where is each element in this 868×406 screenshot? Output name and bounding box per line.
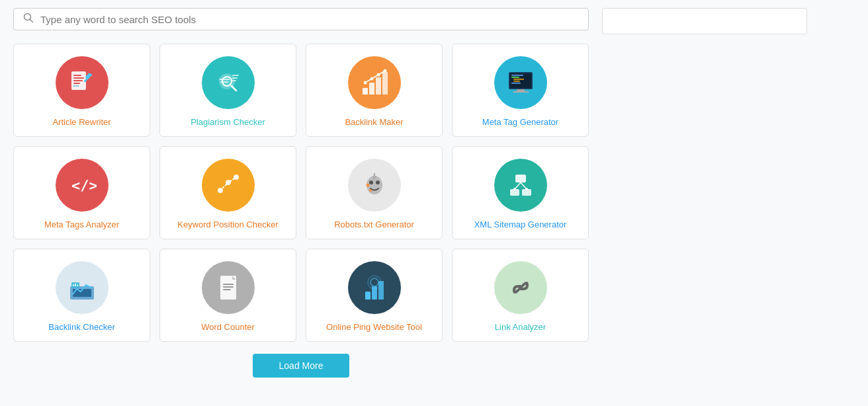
tool-icon-meta-tag-generator [494, 56, 547, 109]
svg-rect-30 [511, 75, 523, 76]
tool-card-word-counter[interactable]: Word Counter [159, 249, 296, 342]
svg-rect-65 [223, 289, 231, 290]
svg-point-46 [366, 184, 369, 187]
tool-label-meta-tag-generator: Meta Tag Generator [482, 117, 558, 127]
tool-label-meta-tags-analyzer: Meta Tags Analyzer [44, 220, 119, 229]
sidebar [602, 8, 807, 378]
tools-grid: Article Rewriter Plagiarism Checker Back… [13, 44, 589, 342]
tool-label-plagiarism-checker: Plagiarism Checker [191, 117, 265, 127]
tool-label-robots-txt-generator: Robots.txt Generator [334, 220, 414, 229]
tool-label-link-analyzer: Link Analyzer [495, 322, 546, 332]
tool-card-meta-tags-analyzer[interactable]: </> Meta Tags Analyzer [13, 146, 150, 239]
tool-card-robots-txt-generator[interactable]: Robots.txt Generator [306, 146, 443, 239]
svg-rect-19 [232, 80, 236, 81]
svg-point-69 [370, 278, 378, 286]
svg-rect-48 [515, 175, 526, 183]
tool-icon-plagiarism-checker [202, 56, 255, 109]
svg-rect-21 [369, 83, 374, 95]
svg-point-53 [513, 188, 516, 190]
tool-icon-xml-sitemap-generator [494, 159, 547, 212]
svg-text:</>: </> [71, 177, 97, 194]
tool-label-word-counter: Word Counter [201, 322, 255, 332]
search-icon [23, 13, 34, 26]
svg-rect-4 [73, 77, 84, 79]
svg-rect-8 [75, 85, 77, 87]
tool-label-keyword-position-checker: Keyword Position Checker [177, 220, 278, 229]
svg-rect-35 [517, 89, 525, 91]
tool-card-keyword-position-checker[interactable]: Keyword Position Checker [159, 146, 296, 239]
tool-icon-backlink-checker [56, 261, 108, 314]
tool-card-article-rewriter[interactable]: Article Rewriter [13, 44, 150, 137]
svg-point-42 [369, 181, 373, 184]
sidebar-box [602, 8, 807, 34]
svg-rect-11 [85, 73, 91, 79]
svg-rect-20 [363, 88, 368, 95]
svg-rect-31 [511, 77, 519, 78]
svg-point-47 [369, 189, 372, 192]
load-more-button[interactable]: Load More [253, 354, 350, 378]
svg-rect-18 [232, 77, 238, 79]
svg-rect-9 [77, 85, 79, 87]
svg-rect-16 [220, 81, 228, 83]
tool-label-xml-sitemap-generator: XML Sitemap Generator [474, 220, 567, 229]
tool-icon-word-counter [202, 261, 255, 314]
tool-card-xml-sitemap-generator[interactable]: XML Sitemap Generator [452, 146, 589, 239]
svg-rect-64 [223, 286, 234, 288]
tool-icon-online-ping-website-tool [348, 261, 401, 314]
tool-icon-link-analyzer [494, 261, 547, 314]
svg-rect-63 [223, 284, 234, 285]
tool-label-backlink-maker: Backlink Maker [345, 117, 403, 127]
svg-point-54 [525, 188, 528, 190]
tool-card-backlink-maker[interactable]: Backlink Maker [306, 44, 443, 137]
svg-rect-17 [232, 75, 239, 76]
svg-rect-66 [365, 292, 370, 300]
svg-rect-6 [73, 83, 80, 84]
svg-rect-3 [73, 75, 81, 76]
tool-icon-robots-txt-generator [348, 159, 401, 212]
svg-point-44 [372, 175, 376, 179]
svg-rect-32 [513, 79, 524, 80]
tool-label-backlink-checker: Backlink Checker [48, 322, 114, 332]
svg-rect-7 [73, 85, 75, 87]
svg-line-51 [515, 183, 521, 189]
tool-card-plagiarism-checker[interactable]: Plagiarism Checker [159, 44, 296, 137]
svg-rect-22 [376, 77, 381, 95]
svg-line-14 [232, 86, 236, 91]
tool-icon-backlink-maker [348, 56, 401, 109]
load-more-wrapper: Load More [13, 354, 589, 378]
tool-label-article-rewriter: Article Rewriter [52, 117, 110, 127]
tool-label-online-ping-website-tool: Online Ping Website Tool [326, 322, 422, 332]
tool-card-meta-tag-generator[interactable]: Meta Tag Generator [452, 44, 589, 137]
search-bar [13, 8, 589, 30]
tool-icon-keyword-position-checker [202, 159, 255, 212]
svg-line-52 [521, 183, 527, 189]
svg-rect-5 [73, 80, 83, 81]
tool-icon-article-rewriter [56, 56, 108, 109]
svg-line-1 [30, 20, 33, 22]
svg-rect-33 [513, 81, 520, 82]
svg-rect-36 [513, 91, 529, 93]
tool-card-link-analyzer[interactable]: Link Analyzer [452, 249, 589, 342]
svg-rect-34 [511, 83, 521, 84]
tool-card-backlink-checker[interactable]: Backlink Checker [13, 249, 150, 342]
tool-icon-meta-tags-analyzer: </> [56, 159, 108, 212]
tool-card-online-ping-website-tool[interactable]: Online Ping Website Tool [306, 249, 443, 342]
svg-point-43 [376, 181, 380, 184]
svg-rect-23 [382, 72, 388, 95]
search-input[interactable] [40, 14, 579, 25]
svg-rect-15 [219, 79, 230, 80]
